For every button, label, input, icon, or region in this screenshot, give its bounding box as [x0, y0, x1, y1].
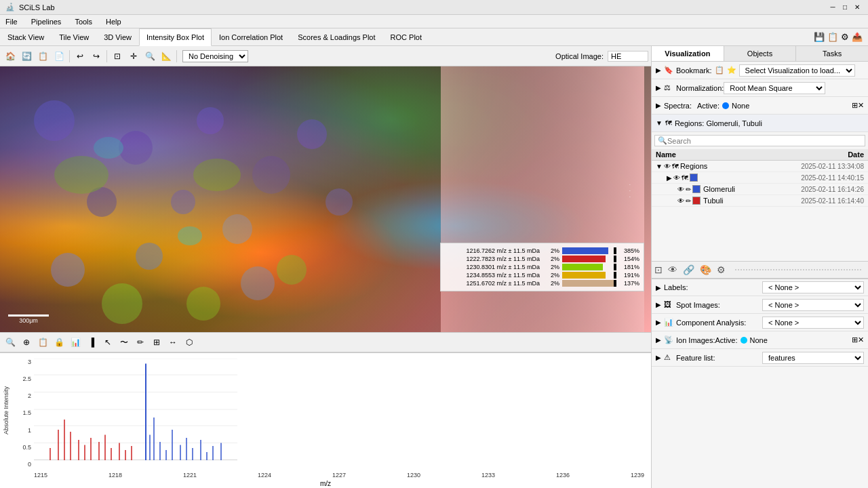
refresh-button[interactable]: 🔄 [19, 49, 34, 64]
optical-input[interactable] [608, 51, 648, 62]
menu-tools[interactable]: Tools [72, 18, 95, 26]
spectra-settings-icon[interactable]: ⊞ [852, 101, 858, 110]
redo-button[interactable]: ↪ [89, 49, 104, 64]
glomeruli-vis-icon[interactable]: 👁 [677, 186, 684, 193]
svg-rect-21 [441, 66, 644, 332]
y-axis-ticks: 3 2.5 2 1.5 1 0.5 0 [11, 359, 31, 468]
regions-icon: 🗺 [665, 119, 672, 127]
feature-arrow[interactable]: ▶ [656, 354, 661, 361]
search-input[interactable] [667, 137, 862, 145]
paste-button[interactable]: 📄 [52, 49, 66, 64]
feature-select[interactable]: features [762, 352, 864, 364]
denoise-select[interactable]: No Denoising [182, 50, 248, 62]
link-icon[interactable]: 🔗 [683, 264, 694, 275]
labels-arrow[interactable]: ▶ [656, 284, 661, 291]
select-button[interactable]: ⊡ [110, 49, 125, 64]
spot-images-arrow[interactable]: ▶ [656, 301, 661, 308]
tubuli-name: Tubuli [703, 197, 801, 205]
bookmark-arrow[interactable]: ▶ [656, 66, 661, 74]
tab-roc-plot[interactable]: ROC Plot [383, 28, 429, 46]
zoom-out-button[interactable]: 📋 [35, 335, 50, 350]
tab-intensity-box-plot[interactable]: Intensity Box Plot [139, 28, 212, 46]
regions-vis-icon[interactable]: 👁 [664, 163, 671, 170]
tissue-overlay [0, 66, 651, 332]
layer-button[interactable]: ⊞ [149, 335, 164, 350]
regions-type-icon: 🗺 [672, 163, 679, 170]
zoom-in-button[interactable]: ⊕ [19, 335, 34, 350]
annotate-button[interactable]: ✏ [133, 335, 148, 350]
move-button[interactable]: ✛ [126, 49, 141, 64]
y-tick-3: 3 [28, 359, 31, 365]
tab-scores-loadings-plot[interactable]: Scores & Loadings Plot [290, 28, 382, 46]
ion-close-icon[interactable]: ✕ [858, 336, 864, 344]
regions-arrow[interactable]: ▼ [656, 119, 663, 127]
histogram-button[interactable]: ▐ [84, 335, 99, 350]
spectra-close-icon[interactable]: ✕ [858, 101, 864, 110]
tab-tile-view[interactable]: Tile View [52, 28, 96, 46]
copy-button[interactable]: 📋 [35, 49, 50, 64]
ion-images-arrow[interactable]: ▶ [656, 336, 661, 344]
sub-vis-icon[interactable]: 👁 [673, 174, 680, 182]
normalization-icon: ⚖ [664, 83, 673, 93]
spectrum-button[interactable]: 〜 [117, 335, 132, 350]
regions-toggle[interactable]: ▼ [656, 163, 663, 170]
lock-button[interactable]: 🔒 [52, 335, 66, 350]
tree-row-regions[interactable]: ▼ 👁 🗺 Regions 2025-02-11 13:34:08 [652, 161, 868, 172]
tab-ion-correlation-plot[interactable]: Ion Correlation Plot [212, 28, 290, 46]
spot-images-select[interactable]: < None > [762, 299, 864, 311]
measure2-button[interactable]: ↔ [165, 335, 180, 350]
color-icon[interactable]: 🎨 [700, 264, 711, 275]
normalization-arrow[interactable]: ▶ [656, 84, 661, 92]
search-bar[interactable]: 🔍 [654, 135, 865, 146]
menu-help[interactable]: Help [103, 18, 124, 26]
spectra-arrow[interactable]: ▶ [656, 102, 661, 109]
settings-icon[interactable]: ⚙ [841, 32, 849, 42]
normalization-select[interactable]: Root Mean Square [724, 82, 825, 94]
tree-row-tubuli[interactable]: 👁 ✏ Tubuli 2025-02-11 16:14:40 [652, 195, 868, 207]
tubuli-vis-icon[interactable]: 👁 [677, 197, 684, 205]
gear-icon[interactable]: ⚙ [717, 264, 726, 275]
sub-toggle[interactable]: ▶ [667, 174, 672, 182]
home-button[interactable]: 🏠 [3, 49, 18, 64]
legend-label-3: 1230.8301 m/z ± 11.5 mDa [445, 264, 540, 270]
zoom-button[interactable]: 🔍 [142, 49, 157, 64]
regions-date: 2025-02-11 13:34:08 [801, 163, 864, 170]
copy-icon[interactable]: 📋 [827, 32, 838, 42]
tab-3d-view[interactable]: 3D View [96, 28, 139, 46]
main-layout: 🏠 🔄 📋 📄 ↩ ↪ ⊡ ✛ 🔍 📐 No Denoising Optical… [0, 46, 868, 488]
tree-row-sub[interactable]: ▶ 👁 🗺 2025-02-11 14:40:15 [652, 172, 868, 184]
component-arrow[interactable]: ▶ [656, 319, 661, 326]
tree-row-glomeruli[interactable]: 👁 ✏ Glomeruli 2025-02-11 16:14:26 [652, 184, 868, 195]
ion-settings-icon[interactable]: ⊞ [852, 336, 858, 344]
tab-objects[interactable]: Objects [724, 46, 797, 61]
maximize-button[interactable]: □ [840, 2, 850, 13]
tab-visualization[interactable]: Visualization [652, 46, 724, 61]
legend-label-2: 1222.7823 m/z ± 11.5 mDa [445, 256, 540, 262]
bookmark-select[interactable]: Select Visualization to load... [739, 64, 855, 77]
tab-tasks[interactable]: Tasks [796, 46, 868, 61]
x-tick-1227: 1227 [332, 472, 346, 479]
close-button[interactable]: ✕ [852, 2, 863, 13]
menu-file[interactable]: File [3, 18, 20, 26]
bar-chart-button[interactable]: 📊 [68, 335, 83, 350]
save-icon[interactable]: 💾 [814, 32, 825, 42]
optical-label: Optical Image: [555, 52, 604, 60]
component-select[interactable]: < None > [762, 317, 864, 329]
minimize-button[interactable]: ─ [827, 2, 838, 13]
regions-row: ▼ 🗺 Regions: Glomeruli, Tubuli [652, 115, 868, 132]
legend-label-4: 1234.8553 m/z ± 11.5 mDa [445, 272, 540, 279]
bookmark-star-icon[interactable]: ⭐ [727, 66, 736, 75]
labels-select[interactable]: < None > [762, 281, 864, 293]
y-tick-25: 2.5 [22, 375, 31, 382]
bookmark-copy-icon[interactable]: 📋 [715, 66, 724, 75]
menu-pipelines[interactable]: Pipelines [28, 18, 64, 26]
tab-stack-view[interactable]: Stack View [0, 28, 52, 46]
measure-button[interactable]: 📐 [159, 49, 174, 64]
zoom-fit-button[interactable]: 🔍 [3, 335, 18, 350]
export-icon[interactable]: 📤 [852, 32, 863, 42]
eye-icon[interactable]: 👁 [668, 264, 677, 275]
select-region-icon[interactable]: ⊡ [654, 264, 663, 275]
cursor-button[interactable]: ↖ [100, 335, 115, 350]
undo-button[interactable]: ↩ [73, 49, 87, 64]
region-button[interactable]: ⬡ [182, 335, 197, 350]
